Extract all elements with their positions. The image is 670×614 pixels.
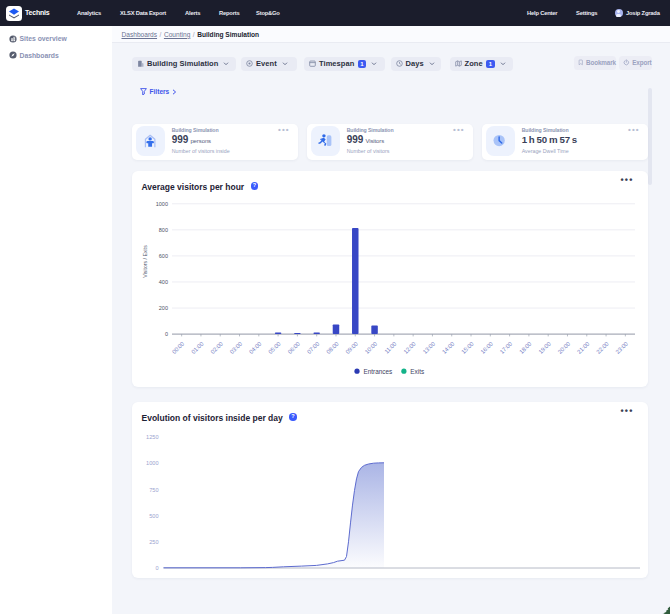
svg-text:13:00: 13:00 xyxy=(421,341,436,356)
svg-text:02:00: 02:00 xyxy=(209,341,224,356)
svg-text:0: 0 xyxy=(155,565,158,571)
svg-text:800: 800 xyxy=(158,227,167,233)
svg-text:11:00: 11:00 xyxy=(383,341,397,355)
svg-text:14:00: 14:00 xyxy=(440,341,455,356)
svg-text:18:00: 18:00 xyxy=(518,341,533,356)
svg-text:00:00: 00:00 xyxy=(170,341,185,356)
svg-text:21:00: 21:00 xyxy=(575,341,590,356)
svg-text:12:00: 12:00 xyxy=(402,341,417,356)
svg-text:750: 750 xyxy=(149,487,158,493)
svg-text:07:00: 07:00 xyxy=(305,341,320,356)
svg-text:04:00: 04:00 xyxy=(248,341,263,356)
svg-text:0: 0 xyxy=(164,331,167,337)
svg-text:400: 400 xyxy=(158,279,167,285)
svg-text:500: 500 xyxy=(149,513,158,519)
svg-text:09:00: 09:00 xyxy=(344,341,359,356)
svg-text:17:00: 17:00 xyxy=(498,341,513,356)
svg-text:250: 250 xyxy=(149,539,158,545)
svg-text:Exits: Exits xyxy=(410,368,424,375)
svg-text:200: 200 xyxy=(158,305,167,311)
svg-text:22:00: 22:00 xyxy=(595,341,610,356)
svg-text:20:00: 20:00 xyxy=(556,341,571,356)
svg-text:23:00: 23:00 xyxy=(614,341,629,356)
svg-text:1000: 1000 xyxy=(146,460,158,466)
svg-text:15:00: 15:00 xyxy=(460,341,475,356)
svg-text:03:00: 03:00 xyxy=(228,341,243,356)
svg-text:01:00: 01:00 xyxy=(190,341,205,356)
svg-text:Visitors / Exits: Visitors / Exits xyxy=(142,245,148,278)
svg-text:05:00: 05:00 xyxy=(267,341,282,356)
svg-text:06:00: 06:00 xyxy=(286,341,301,356)
svg-text:600: 600 xyxy=(158,253,167,259)
svg-text:1250: 1250 xyxy=(146,434,158,440)
svg-text:10:00: 10:00 xyxy=(363,341,378,356)
svg-text:Entrances: Entrances xyxy=(363,368,392,375)
svg-text:19:00: 19:00 xyxy=(537,341,552,356)
svg-text:1000: 1000 xyxy=(155,201,167,207)
svg-text:16:00: 16:00 xyxy=(479,341,494,356)
svg-text:08:00: 08:00 xyxy=(325,341,340,356)
